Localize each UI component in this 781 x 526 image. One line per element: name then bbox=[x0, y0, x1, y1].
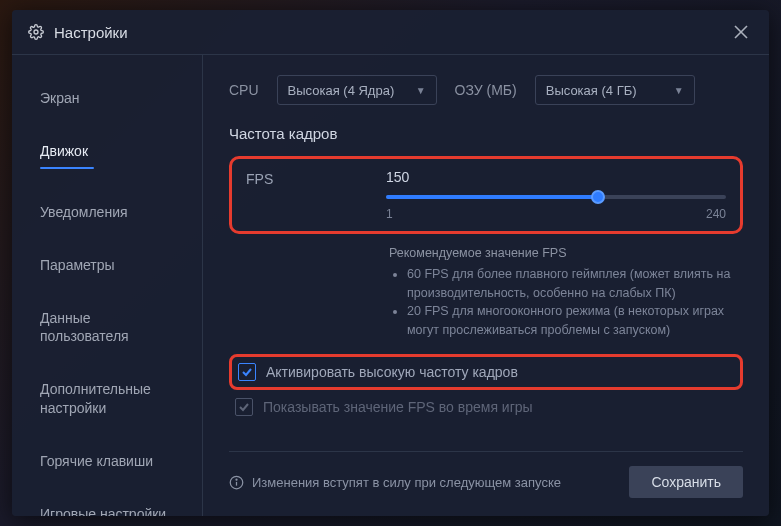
ram-dropdown[interactable]: Высокая (4 ГБ) ▼ bbox=[535, 75, 695, 105]
cpu-label: CPU bbox=[229, 82, 259, 98]
sidebar-item-label: Дополнительные настройки bbox=[40, 381, 151, 416]
cpu-value: Высокая (4 Ядра) bbox=[288, 83, 395, 98]
save-button[interactable]: Сохранить bbox=[629, 466, 743, 498]
fps-slider[interactable] bbox=[386, 195, 726, 199]
sidebar-item-hotkeys[interactable]: Горячие клавиши bbox=[12, 442, 202, 481]
ram-label: ОЗУ (МБ) bbox=[455, 82, 517, 98]
sidebar-item-screen[interactable]: Экран bbox=[12, 79, 202, 118]
caret-down-icon: ▼ bbox=[416, 85, 426, 96]
ram-value: Высокая (4 ГБ) bbox=[546, 83, 637, 98]
high-fps-checkbox-row[interactable]: Активировать высокую частоту кадров bbox=[238, 363, 518, 381]
fps-value: 150 bbox=[386, 169, 726, 185]
show-fps-label: Показывать значение FPS во время игры bbox=[263, 399, 533, 415]
footer-note: Изменения вступят в силу при следующем з… bbox=[252, 475, 561, 490]
fps-highlight-box: FPS 150 1 240 bbox=[229, 156, 743, 234]
sidebar-item-engine[interactable]: Движок bbox=[12, 132, 202, 179]
fps-hints: Рекомендуемое значение FPS 60 FPS для бо… bbox=[389, 244, 743, 340]
show-fps-checkbox-row[interactable]: Показывать значение FPS во время игры bbox=[229, 398, 743, 416]
checkbox-icon bbox=[238, 363, 256, 381]
titlebar: Настройки bbox=[12, 10, 769, 54]
close-icon bbox=[734, 25, 748, 39]
window-title: Настройки bbox=[54, 24, 128, 41]
sidebar-item-label: Экран bbox=[40, 90, 80, 106]
sidebar-item-label: Горячие клавиши bbox=[40, 453, 153, 469]
info-icon bbox=[229, 475, 244, 490]
sidebar: Экран Движок Уведомления Параметры Данны… bbox=[12, 55, 202, 516]
fps-section-title: Частота кадров bbox=[229, 125, 743, 142]
main-panel: CPU Высокая (4 Ядра) ▼ ОЗУ (МБ) Высокая … bbox=[203, 55, 769, 516]
checkbox-icon bbox=[235, 398, 253, 416]
fps-label: FPS bbox=[246, 169, 366, 187]
sidebar-item-gamesettings[interactable]: Игровые настройки bbox=[12, 495, 202, 516]
highfps-highlight-box: Активировать высокую частоту кадров bbox=[229, 354, 743, 390]
close-button[interactable] bbox=[729, 20, 753, 44]
svg-point-5 bbox=[236, 479, 237, 480]
sidebar-item-notifications[interactable]: Уведомления bbox=[12, 193, 202, 232]
fps-min: 1 bbox=[386, 207, 393, 221]
fps-max: 240 bbox=[706, 207, 726, 221]
sidebar-item-label: Параметры bbox=[40, 257, 115, 273]
sidebar-item-label: Данные пользователя bbox=[40, 310, 129, 345]
slider-fill bbox=[386, 195, 598, 199]
sidebar-item-label: Игровые настройки bbox=[40, 506, 166, 516]
sidebar-item-label: Движок bbox=[40, 143, 88, 159]
sidebar-item-advanced[interactable]: Дополнительные настройки bbox=[12, 370, 202, 428]
caret-down-icon: ▼ bbox=[674, 85, 684, 96]
fps-hints-title: Рекомендуемое значение FPS bbox=[389, 244, 743, 263]
footer: Изменения вступят в силу при следующем з… bbox=[229, 451, 743, 516]
slider-thumb[interactable] bbox=[591, 190, 605, 204]
fps-hint-1: 60 FPS для более плавного геймплея (може… bbox=[407, 265, 743, 303]
sidebar-item-label: Уведомления bbox=[40, 204, 128, 220]
sidebar-item-userdata[interactable]: Данные пользователя bbox=[12, 299, 202, 357]
fps-hint-2: 20 FPS для многооконного режима (в некот… bbox=[407, 302, 743, 340]
cpu-dropdown[interactable]: Высокая (4 Ядра) ▼ bbox=[277, 75, 437, 105]
settings-window: Настройки Экран Движок Уведомления Парам… bbox=[12, 10, 769, 516]
sidebar-item-parameters[interactable]: Параметры bbox=[12, 246, 202, 285]
gear-icon bbox=[28, 24, 44, 40]
high-fps-label: Активировать высокую частоту кадров bbox=[266, 364, 518, 380]
svg-point-0 bbox=[34, 30, 38, 34]
